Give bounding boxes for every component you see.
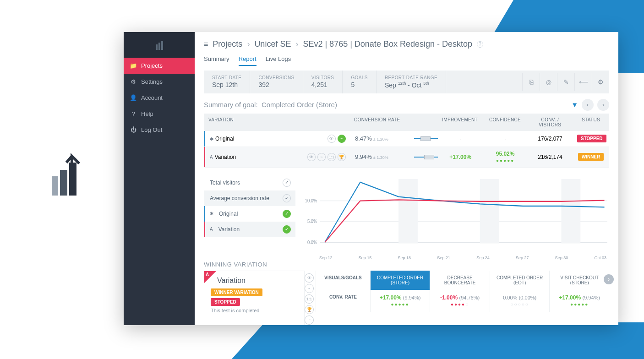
check-icon: ✓	[283, 225, 291, 234]
eye-icon[interactable]: 👁	[307, 153, 316, 161]
goal-summary: Summary of goal: Completed Order (Store)…	[204, 99, 609, 111]
breadcrumb-l1[interactable]: Unicef SE	[254, 39, 291, 49]
legend-variation[interactable]: AVariation✓	[204, 222, 295, 237]
target-icon[interactable]: ◎	[540, 73, 557, 91]
tab-livelogs[interactable]: Live Logs	[266, 53, 291, 66]
winning-card-name: Variation	[217, 277, 298, 285]
table-row: ✱Original 👁 ~ 8.47%± 1.20% - - 176/2,077…	[204, 131, 609, 147]
winning-card: A Variation WINNER VARIATION STOPPED Thi…	[204, 271, 305, 325]
legend-avg-conversion[interactable]: Average conversion rate✓	[204, 190, 295, 206]
stopped-badge: STOPPED	[211, 298, 240, 306]
edit-icon[interactable]: ✎	[557, 73, 574, 91]
winning-title: WINNING VARIATION	[204, 261, 609, 268]
stat-conversions: CONVERSIONS 392	[250, 71, 303, 93]
tab-summary[interactable]: Summary	[204, 53, 229, 66]
winning-side-icons: 👁 ~ 1:1 🏆 ⋯	[305, 271, 316, 325]
sidebar-item-label: Projects	[141, 62, 163, 69]
ratio-icon[interactable]: 1:1	[327, 153, 336, 161]
check-icon: ✓	[283, 210, 291, 218]
goals-header: VISUALS/GOALS COMPLETED ORDER (STORE) DE…	[316, 271, 609, 290]
chevron-right-icon: ›	[247, 39, 250, 49]
breadcrumb: ≡ Projects › Unicef SE › SEv2 | 8765 | D…	[195, 32, 618, 53]
chevron-down-icon[interactable]: ▼	[571, 101, 578, 109]
status-badge: STOPPED	[577, 135, 606, 142]
chart-legend: Total visitors✓ Average conversion rate✓…	[204, 175, 295, 253]
gears-icon: ⚙	[130, 79, 136, 85]
sidebar-item-label: Account	[141, 94, 163, 101]
sidebar: 📁 Projects ⚙ Settings 👤 Account ? Help ⏻…	[124, 32, 195, 325]
chart-icon[interactable]: ~	[305, 284, 314, 293]
more-icon[interactable]: ⋯	[305, 315, 314, 325]
next-goal-button[interactable]: ›	[597, 99, 609, 111]
chart-icon[interactable]: ~	[317, 153, 326, 161]
stats-actions: ⎘ ◎ ✎ ⟵ ⚙	[522, 71, 609, 93]
app-window: 📁 Projects ⚙ Settings 👤 Account ? Help ⏻…	[124, 32, 618, 325]
goals-row: CONV. RATE +17.00% (9.94%)●●●●● -1.00% (…	[316, 290, 609, 312]
folder-icon: 📁	[130, 63, 136, 69]
copy-icon[interactable]: ⎘	[522, 73, 540, 91]
help-icon: ?	[130, 111, 136, 117]
stat-goals: GOALS 5	[343, 71, 376, 93]
main-content: ≡ Projects › Unicef SE › SEv2 | 8765 | D…	[195, 32, 618, 325]
boxplot-icon	[414, 155, 438, 159]
svg-rect-4	[480, 179, 499, 244]
breadcrumb-root[interactable]: Projects	[213, 39, 242, 49]
chart-section: Total visitors✓ Average conversion rate✓…	[204, 175, 609, 253]
bg-shape-bottom	[232, 322, 644, 359]
share-icon[interactable]: ⟵	[574, 73, 592, 91]
check-icon: ✓	[283, 179, 291, 187]
svg-text:5.0%: 5.0%	[307, 219, 317, 224]
sidebar-item-settings[interactable]: ⚙ Settings	[124, 74, 195, 90]
sidebar-item-label: Log Out	[141, 126, 162, 133]
trophy-icon[interactable]: 🏆	[305, 305, 314, 314]
hamburger-icon[interactable]: ≡	[204, 40, 208, 49]
x-axis-ticks: Sep 12 Sep 15 Sep 18 Sep 21 Sep 24 Sep 2…	[303, 255, 609, 260]
scroll-right-button[interactable]: ›	[604, 274, 614, 284]
tab-bar: Summary Report Live Logs	[195, 53, 618, 66]
gear-icon[interactable]: ⚙	[592, 73, 609, 91]
winning-note: This test is completed	[211, 308, 298, 313]
table-header: VARIATION CONVERSION RATE IMPROVEMENT CO…	[204, 114, 609, 131]
variations-table: VARIATION CONVERSION RATE IMPROVEMENT CO…	[204, 114, 609, 168]
breadcrumb-l2: SEv2 | 8765 | Donate Box Redesign - Desk…	[303, 39, 472, 49]
original-marker-icon: ✱	[210, 136, 213, 141]
goal-tab[interactable]: DECREASE BOUNCERATE	[430, 271, 490, 290]
power-icon: ⏻	[130, 127, 136, 133]
conversion-chart: 0.0% 5.0% 10.0% Sep 12 Sep 15 Sep 18 Sep…	[303, 175, 609, 253]
sidebar-item-account[interactable]: 👤 Account	[124, 90, 195, 106]
sidebar-item-projects[interactable]: 📁 Projects	[124, 58, 195, 74]
trophy-icon[interactable]: 🏆	[338, 153, 346, 161]
svg-text:0.0%: 0.0%	[307, 239, 317, 245]
chart-icon[interactable]: ~	[338, 135, 346, 143]
boxplot-icon	[414, 136, 438, 141]
winner-variation-badge: WINNER VARIATION	[211, 288, 262, 296]
eye-icon[interactable]: 👁	[327, 135, 336, 143]
eye-icon[interactable]: 👁	[305, 273, 314, 283]
goal-tab[interactable]: COMPLETED ORDER (EOT)	[490, 271, 550, 290]
stats-bar: START DATE Sep 12th CONVERSIONS 392 VISI…	[204, 71, 609, 93]
sidebar-item-help[interactable]: ? Help	[124, 106, 195, 122]
goal-name: Completed Order (Store)	[262, 101, 337, 109]
sidebar-item-label: Help	[141, 110, 153, 117]
check-icon: ✓	[283, 194, 291, 202]
winning-section: A Variation WINNER VARIATION STOPPED Thi…	[204, 271, 609, 325]
stat-start-date: START DATE Sep 12th	[204, 71, 250, 93]
confidence-dots: ●●●●●	[496, 158, 514, 163]
svg-rect-5	[561, 179, 580, 244]
date-range-value: Sep 12th - Oct 5th	[385, 81, 437, 89]
tab-report[interactable]: Report	[239, 53, 257, 66]
legend-original[interactable]: ✱Original✓	[204, 206, 295, 222]
svg-text:10.0%: 10.0%	[305, 198, 317, 203]
info-icon[interactable]: ?	[477, 41, 483, 48]
goal-tab[interactable]: VISIT CHECKOUT (STORE)	[549, 271, 609, 290]
chevron-right-icon: ›	[295, 39, 298, 49]
sidebar-logo	[124, 32, 195, 58]
goal-tab[interactable]: COMPLETED ORDER (STORE)	[370, 271, 430, 290]
ratio-icon[interactable]: 1:1	[305, 294, 314, 304]
prev-goal-button[interactable]: ‹	[582, 99, 594, 111]
corner-badge: A	[204, 271, 216, 283]
svg-rect-3	[398, 179, 418, 244]
legend-total-visitors[interactable]: Total visitors✓	[204, 175, 295, 190]
stat-date-range: REPORT DATE RANGE Sep 12th - Oct 5th	[377, 71, 446, 93]
sidebar-item-logout[interactable]: ⏻ Log Out	[124, 122, 195, 138]
